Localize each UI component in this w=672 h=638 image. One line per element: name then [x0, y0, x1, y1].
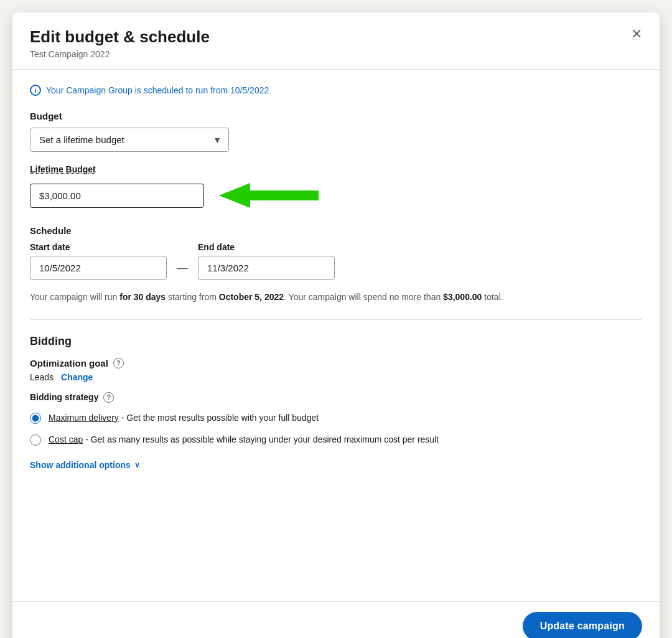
change-link[interactable]: Change [61, 372, 93, 382]
radio-max-delivery-text: Maximum delivery - Get the most results … [49, 411, 319, 425]
opt-goal-help-icon[interactable]: ? [113, 358, 124, 368]
cost-cap-desc: - Get as many results as possible while … [83, 434, 439, 444]
radio-max-delivery-input[interactable] [30, 413, 41, 424]
max-delivery-label: Maximum delivery [49, 413, 119, 423]
lifetime-budget-input[interactable] [30, 184, 204, 208]
summary-bold-2: October 5, 2022 [219, 292, 284, 302]
show-additional-link[interactable]: Show additional options ∨ [30, 460, 140, 470]
modal-title: Edit budget & schedule [30, 27, 642, 47]
summary-bold-3: $3,000.00 [443, 292, 482, 302]
schedule-label: Schedule [30, 225, 642, 236]
info-banner: i Your Campaign Group is scheduled to ru… [30, 85, 642, 96]
lifetime-budget-section: Lifetime Budget [30, 164, 642, 210]
budget-label: Budget [30, 111, 642, 121]
campaign-summary: Your campaign will run for 30 days start… [30, 290, 515, 304]
start-date-group: Start date [30, 242, 167, 280]
modal-header: Edit budget & schedule Test Campaign 202… [12, 12, 660, 70]
radio-cost-cap-input[interactable] [30, 434, 41, 446]
summary-text-3: . Your campaign will spend no more than [284, 292, 443, 302]
radio-cost-cap[interactable]: Cost cap - Get as many results as possib… [30, 433, 642, 446]
start-date-input[interactable] [30, 256, 167, 280]
section-divider [30, 319, 642, 320]
summary-text-4: total. [482, 292, 503, 302]
date-row: Start date — End date [30, 242, 642, 280]
info-icon: i [30, 85, 41, 96]
budget-section: Budget Set a lifetime budget Set a daily… [30, 111, 642, 152]
lifetime-budget-label: Lifetime Budget [30, 164, 642, 174]
bidding-strategy-label-text: Bidding strategy [30, 392, 98, 402]
modal-body: i Your Campaign Group is scheduled to ru… [12, 70, 660, 601]
end-date-label: End date [198, 242, 335, 252]
info-banner-text: Your Campaign Group is scheduled to run … [46, 85, 269, 95]
update-campaign-button[interactable]: Update campaign [523, 612, 642, 638]
summary-text-1: Your campaign will run [30, 292, 119, 302]
max-delivery-desc: - Get the most results possible with you… [119, 413, 319, 423]
end-date-input[interactable] [198, 256, 335, 280]
modal-subtitle: Test Campaign 2022 [30, 49, 642, 59]
svg-marker-0 [219, 183, 319, 208]
cost-cap-label: Cost cap [49, 434, 83, 444]
bidding-strategy-label-row: Bidding strategy ? [30, 392, 642, 403]
leads-row: Leads Change [30, 372, 642, 382]
summary-bold-1: for 30 days [119, 292, 166, 302]
summary-text-2: starting from [166, 292, 219, 302]
lifetime-input-row [30, 181, 642, 210]
close-button[interactable]: ✕ [628, 25, 645, 44]
bidding-section: Bidding Optimization goal ? Leads Change… [30, 335, 642, 471]
opt-goal-label: Optimization goal [30, 358, 108, 368]
optimization-goal-row: Optimization goal ? [30, 358, 642, 368]
leads-text: Leads [30, 372, 54, 382]
end-date-group: End date [198, 242, 335, 280]
green-arrow-icon [219, 181, 319, 210]
date-separator: — [167, 261, 198, 274]
modal-dialog: Edit budget & schedule Test Campaign 202… [12, 12, 660, 638]
chevron-down-icon: ∨ [134, 461, 140, 469]
modal-footer: Update campaign [12, 601, 660, 638]
start-date-label: Start date [30, 242, 167, 252]
schedule-section: Schedule Start date — End date Your camp… [30, 225, 642, 304]
radio-cost-cap-text: Cost cap - Get as many results as possib… [49, 433, 439, 446]
radio-max-delivery[interactable]: Maximum delivery - Get the most results … [30, 411, 642, 425]
show-additional-text: Show additional options [30, 460, 131, 470]
bidding-strategy-help-icon[interactable]: ? [103, 392, 114, 403]
arrow-annotation [219, 181, 319, 210]
budget-select-wrapper: Set a lifetime budget Set a daily budget… [30, 128, 229, 152]
bidding-title: Bidding [30, 335, 642, 348]
budget-type-select[interactable]: Set a lifetime budget Set a daily budget [30, 128, 229, 152]
